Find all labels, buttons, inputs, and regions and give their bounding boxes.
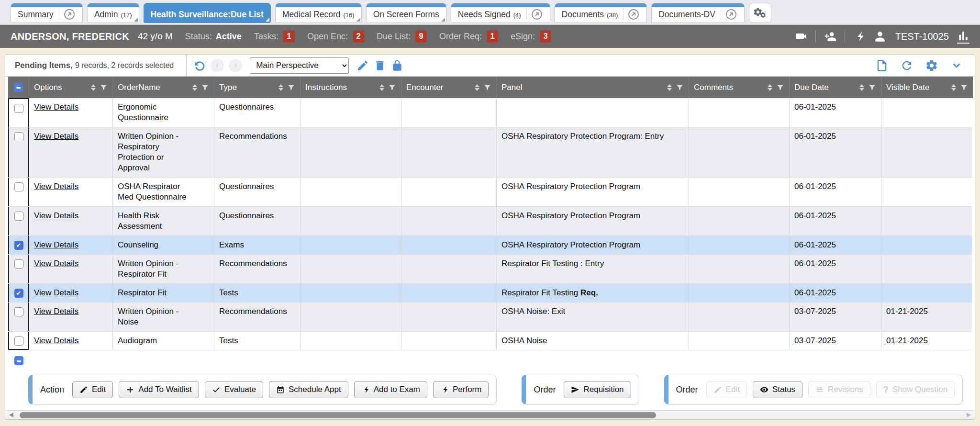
instructions-cell — [301, 127, 401, 177]
page-prev-icon[interactable]: ‹ — [211, 59, 224, 72]
filter-icon[interactable] — [388, 83, 396, 91]
view-details-link[interactable]: View Details — [34, 288, 78, 297]
undo-icon[interactable] — [193, 59, 206, 72]
sort-icon[interactable] — [951, 84, 956, 91]
order-name-text: OSHA Respirator Med Questionnaire — [118, 181, 193, 202]
filter-icon[interactable] — [287, 83, 295, 91]
column-header-label: Type — [219, 83, 237, 92]
perspective-select[interactable]: Main Perspective — [250, 57, 349, 74]
filter-icon[interactable] — [960, 83, 968, 91]
row-checkbox[interactable] — [14, 289, 23, 298]
column-header-panel[interactable]: Panel — [497, 77, 689, 98]
patient-name: ANDERSON, FREDERICK — [11, 31, 129, 42]
row-checkbox[interactable] — [14, 307, 23, 316]
schedule-appt-button[interactable]: Schedule Appt — [269, 381, 348, 398]
add-to-exam-button[interactable]: Add to Exam — [354, 381, 427, 398]
external-link-icon[interactable] — [63, 8, 76, 21]
sort-icon[interactable] — [768, 84, 772, 91]
view-details-link[interactable]: View Details — [34, 336, 78, 345]
status-button[interactable]: Status — [753, 381, 802, 398]
column-header-options[interactable]: Options — [29, 77, 113, 98]
tab-summary[interactable]: Summary — [11, 3, 83, 23]
filter-icon[interactable] — [776, 83, 784, 91]
sort-icon[interactable] — [475, 84, 479, 91]
settings-gear-icon[interactable] — [925, 59, 938, 72]
add-to-waitlist-button[interactable]: Add To Waitlist — [119, 381, 199, 398]
tab-documents-dv[interactable]: Documents-DV — [651, 3, 745, 23]
row-checkbox[interactable] — [14, 104, 23, 113]
row-checkbox[interactable] — [14, 132, 23, 141]
view-details-link[interactable]: View Details — [34, 132, 78, 141]
row-checkbox[interactable] — [14, 212, 23, 221]
column-header-encounter[interactable]: Encounter — [401, 77, 497, 98]
counter-badge-esign: 3 — [540, 30, 551, 43]
edit-button[interactable]: Edit — [72, 381, 113, 398]
sort-icon[interactable] — [278, 84, 283, 91]
view-details-link[interactable]: View Details — [34, 211, 78, 220]
select-all-checkbox[interactable] — [14, 83, 23, 92]
row-checkbox[interactable] — [14, 182, 23, 191]
sort-icon[interactable] — [859, 84, 864, 91]
order-group-2: OrderRequisition — [522, 375, 639, 404]
sort-icon[interactable] — [91, 84, 96, 91]
view-details-link[interactable]: View Details — [34, 240, 78, 249]
delete-trash-icon[interactable] — [374, 59, 386, 72]
column-header-type[interactable]: Type — [214, 77, 301, 98]
tab-documents[interactable]: Documents(38) — [555, 3, 647, 23]
row-checkbox[interactable] — [14, 336, 23, 346]
scrollbar-thumb[interactable] — [20, 412, 656, 418]
view-details-link[interactable]: View Details — [34, 307, 78, 316]
column-header-ordername[interactable]: OrderName — [113, 77, 214, 98]
new-page-icon[interactable] — [875, 59, 889, 72]
order-name-text: Ergonomic Questionnaire — [118, 102, 193, 123]
panel-cell: Respirator Fit Testing : Entry — [497, 255, 689, 283]
tab-medical-record[interactable]: Medical Record(16) — [275, 3, 362, 23]
sort-icon[interactable] — [192, 84, 197, 91]
add-person-icon[interactable] — [824, 30, 836, 43]
filter-icon[interactable] — [676, 83, 684, 91]
column-header-due-date[interactable]: Due Date — [790, 77, 881, 98]
select-all-footer-checkbox[interactable] — [14, 356, 23, 365]
order-name-cell: Written Opinion - Noise — [113, 303, 214, 331]
column-header-comments[interactable]: Comments — [689, 77, 790, 98]
perform-button[interactable]: Perform — [433, 381, 489, 398]
video-camera-icon[interactable] — [795, 30, 807, 43]
external-link-icon[interactable] — [725, 8, 737, 21]
tab-admin[interactable]: Admin(17) — [87, 3, 139, 23]
scroll-left-arrow-icon[interactable] — [9, 413, 13, 417]
evaluate-button[interactable]: Evaluate — [205, 381, 263, 398]
pencil-icon — [713, 385, 722, 394]
tab-health-surveillance-due-list[interactable]: Health Surveillance:Due List — [144, 3, 271, 23]
tab-needs-signed[interactable]: Needs Signed(4) — [451, 3, 550, 23]
panel-cell: Respirator Fit Testing Req. — [497, 284, 689, 302]
tab-count: (17) — [121, 10, 132, 19]
row-checkbox[interactable] — [14, 241, 23, 250]
lightning-icon[interactable] — [853, 30, 866, 43]
view-details-link[interactable]: View Details — [34, 102, 78, 112]
refresh-icon[interactable] — [900, 59, 913, 72]
lock-icon[interactable] — [391, 59, 403, 72]
person-icon[interactable] — [874, 30, 886, 43]
row-checkbox[interactable] — [14, 259, 23, 269]
view-details-link[interactable]: View Details — [34, 259, 78, 268]
visible-date-cell — [881, 98, 973, 127]
sort-icon[interactable] — [667, 84, 672, 91]
filter-icon[interactable] — [868, 83, 876, 91]
edit-pencil-icon[interactable] — [356, 59, 369, 72]
column-header-visible-date[interactable]: Visible Date — [881, 77, 973, 98]
tab-settings-button[interactable] — [749, 3, 771, 23]
sort-icon[interactable] — [379, 84, 384, 91]
filter-icon[interactable] — [100, 83, 108, 91]
external-link-icon[interactable] — [627, 8, 640, 21]
view-details-link[interactable]: View Details — [34, 182, 78, 191]
scroll-right-arrow-icon[interactable] — [967, 413, 971, 417]
page-next-icon[interactable]: › — [229, 59, 242, 72]
collapse-chevron-icon[interactable] — [950, 59, 963, 72]
external-link-icon[interactable] — [531, 8, 543, 21]
column-header-instructions[interactable]: Instructions — [301, 77, 401, 98]
bar-chart-icon[interactable] — [957, 30, 969, 44]
tab-on-screen-forms[interactable]: On Screen Forms — [366, 3, 446, 23]
filter-icon[interactable] — [483, 83, 491, 91]
requisition-button[interactable]: Requisition — [564, 381, 631, 398]
filter-icon[interactable] — [201, 83, 209, 91]
